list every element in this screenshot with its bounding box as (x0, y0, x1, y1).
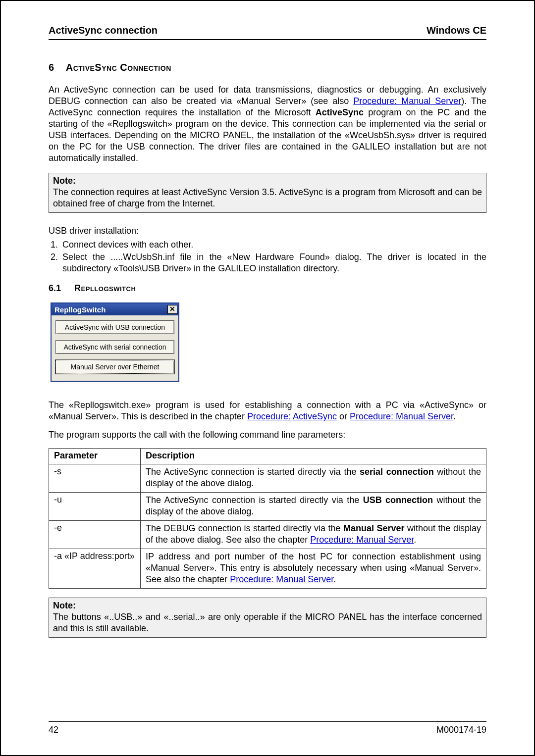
desc-s: The ActiveSync connection is started dir… (141, 464, 486, 492)
note-box-2: Note: The buttons «..USB..» and «..seria… (49, 598, 486, 638)
header-left: ActiveSync connection (49, 25, 158, 36)
table-row: -e The DEBUG connection is started direc… (49, 520, 486, 549)
document-page: ActiveSync connection Windows CE 6 Activ… (0, 0, 535, 756)
subsection-heading: 6.1 Repllogswitch (49, 283, 486, 294)
ad-or: or (337, 411, 350, 421)
note-title-2: Note: (53, 601, 76, 610)
dialog-body: ActiveSync with USB connection ActiveSyn… (52, 315, 178, 381)
activesync-bold: ActiveSync (316, 107, 364, 117)
parameters-table: Parameter Description -s The ActiveSync … (49, 448, 486, 589)
header-right: Windows CE (427, 25, 486, 36)
note-body-2: The buttons «..USB..» and «..serial..» a… (53, 612, 482, 633)
dialog-titlebar: RepllogSwitch ✕ (52, 303, 178, 315)
param-a: -a «IP address:port» (49, 549, 141, 588)
dialog-title: RepllogSwitch (54, 305, 106, 314)
table-row: -u The ActiveSync connection is started … (49, 492, 486, 520)
th-parameter: Parameter (49, 448, 141, 464)
procedure-manual-server-link-3[interactable]: Procedure: Manual Server (310, 535, 414, 545)
page-footer: 42 M000174-19 (49, 721, 486, 735)
subsection-number: 6.1 (49, 283, 61, 294)
procedure-activesync-link[interactable]: Procedure: ActiveSync (247, 411, 337, 421)
manual-server-ethernet-button[interactable]: Manual Server over Ethernet (55, 360, 174, 374)
note-body: The connection requires at least ActiveS… (53, 187, 482, 208)
activesync-usb-button[interactable]: ActiveSync with USB connection (55, 320, 174, 334)
th-description: Description (141, 448, 486, 464)
param-s: -s (49, 464, 141, 492)
note-box-1: Note: The connection requires at least A… (49, 173, 486, 213)
table-header-row: Parameter Description (49, 448, 486, 464)
close-icon[interactable]: ✕ (167, 305, 177, 314)
procedure-manual-server-link-2[interactable]: Procedure: Manual Server (350, 411, 453, 421)
table-row: -a «IP address:port» IP address and port… (49, 549, 486, 588)
intro-paragraph: An ActiveSync connection can be used for… (49, 84, 486, 164)
after-dialog-paragraph-2: The program supports the call with the f… (49, 429, 486, 441)
param-u: -u (49, 492, 141, 520)
procedure-manual-server-link[interactable]: Procedure: Manual Server (353, 96, 461, 106)
desc-u: The ActiveSync connection is started dir… (141, 492, 486, 520)
note-title: Note: (53, 176, 76, 186)
usb-install-heading: USB driver installation: (49, 226, 486, 236)
activesync-serial-button[interactable]: ActiveSync with serial connection (55, 340, 174, 354)
param-e: -e (49, 520, 141, 549)
page-number: 42 (49, 725, 58, 735)
usb-install-steps: Connect devices with each other. Select … (60, 239, 486, 274)
after-dialog-paragraph-1: The «Repllogswitch.exe» program is used … (49, 400, 486, 422)
procedure-manual-server-link-4[interactable]: Procedure: Manual Server (230, 574, 333, 584)
section-title-text: ActiveSync Connection (66, 62, 171, 73)
desc-e: The DEBUG connection is started directly… (141, 520, 486, 549)
doc-id: M000174-19 (436, 725, 486, 735)
step-2: Select the .....WcUsbSh.inf file in the … (60, 252, 486, 274)
table-row: -s The ActiveSync connection is started … (49, 464, 486, 492)
step-1: Connect devices with each other. (60, 239, 486, 251)
section-number: 6 (49, 62, 54, 73)
section-heading: 6 ActiveSync Connection (49, 62, 486, 73)
desc-a: IP address and port number of the host P… (141, 549, 486, 588)
subsection-title-text: Repllogswitch (74, 283, 136, 293)
repllogswitch-dialog: RepllogSwitch ✕ ActiveSync with USB conn… (51, 302, 179, 382)
ad-period: . (453, 411, 456, 421)
page-header: ActiveSync connection Windows CE (49, 25, 486, 40)
